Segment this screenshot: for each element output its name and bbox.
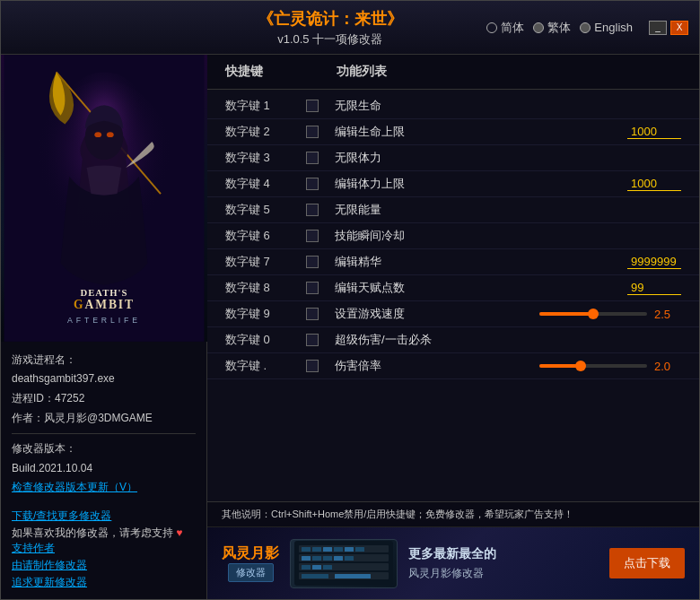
svg-text:GAMBIT: GAMBIT bbox=[74, 298, 135, 311]
app-window: 《亡灵诡计：来世》 v1.0.5 十一项修改器 简体 繁体 English _ … bbox=[0, 0, 700, 600]
func-label-8: 设置游戏速度 bbox=[328, 306, 532, 322]
version-label: 修改器版本： bbox=[12, 439, 196, 459]
svg-rect-26 bbox=[302, 565, 311, 570]
slider-container-8: 2.5 bbox=[539, 308, 681, 321]
latest-link[interactable]: 追求更新修改器 bbox=[12, 575, 196, 590]
key-label-6: 数字键 7 bbox=[225, 254, 306, 270]
svg-text:DEATH'S: DEATH'S bbox=[81, 288, 128, 298]
slider-track-8[interactable] bbox=[539, 312, 647, 316]
svg-rect-28 bbox=[323, 565, 332, 570]
checkbox-area-10 bbox=[306, 360, 328, 372]
lang-option-simplified[interactable]: 简体 bbox=[486, 20, 524, 36]
ad-main-text: 更多最新最全的 bbox=[408, 546, 599, 562]
checkbox-9[interactable] bbox=[306, 334, 319, 346]
notice-bar: 其他说明：Ctrl+Shift+Home禁用/启用快捷键；免费修改器，希望玩家广… bbox=[207, 502, 699, 527]
checkbox-3[interactable] bbox=[306, 178, 319, 190]
checkbox-1[interactable] bbox=[306, 126, 319, 138]
checkbox-0[interactable] bbox=[306, 100, 319, 112]
checkbox-8[interactable] bbox=[306, 308, 319, 320]
process-label: 游戏进程名： bbox=[12, 351, 196, 370]
radio-simplified bbox=[486, 22, 497, 33]
commission-link[interactable]: 由请制作修改器 bbox=[12, 558, 196, 573]
svg-point-5 bbox=[94, 132, 101, 137]
slider-thumb-8[interactable] bbox=[588, 309, 599, 319]
wind-logo-text: 风灵月影 bbox=[222, 544, 279, 563]
input-value-3[interactable]: 1000 bbox=[627, 177, 681, 191]
svg-rect-15 bbox=[302, 547, 311, 552]
author-info: 作者：风灵月影@3DMGAME bbox=[12, 409, 196, 429]
ad-sub-text: 风灵月影修改器 bbox=[408, 566, 599, 581]
svg-rect-25 bbox=[345, 556, 354, 561]
slider-track-10[interactable] bbox=[539, 364, 647, 368]
svg-rect-22 bbox=[312, 556, 321, 561]
key-label-2: 数字键 3 bbox=[225, 150, 306, 166]
key-label-8: 数字键 9 bbox=[225, 306, 306, 322]
radio-english bbox=[580, 22, 591, 33]
checkbox-area-2 bbox=[306, 152, 328, 164]
author-value: 风灵月影@3DMGAME bbox=[44, 412, 153, 424]
divider-1 bbox=[12, 433, 196, 434]
ad-logo: 风灵月影 修改器 bbox=[222, 544, 279, 582]
checkbox-10[interactable] bbox=[306, 360, 319, 372]
checkbox-2[interactable] bbox=[306, 152, 319, 164]
download-link[interactable]: 下载/查找更多修改器 bbox=[12, 509, 196, 524]
svg-rect-18 bbox=[334, 547, 343, 552]
svg-rect-23 bbox=[323, 556, 332, 561]
func-label-4: 无限能量 bbox=[328, 202, 681, 218]
svg-rect-24 bbox=[334, 556, 343, 561]
slider-container-10: 2.0 bbox=[539, 360, 681, 373]
checkbox-area-9 bbox=[306, 334, 328, 346]
checkbox-4[interactable] bbox=[306, 204, 319, 216]
svg-rect-29 bbox=[302, 574, 328, 578]
ad-banner: 风灵月影 修改器 bbox=[207, 527, 699, 599]
func-label-3: 编辑体力上限 bbox=[328, 176, 620, 192]
slider-thumb-10[interactable] bbox=[575, 361, 586, 371]
lang-option-english[interactable]: English bbox=[580, 21, 633, 34]
checkbox-6[interactable] bbox=[306, 256, 319, 268]
character-art-svg: DEATH'S GAMBIT AFTERLIFE bbox=[1, 55, 207, 342]
slider-value-10: 2.0 bbox=[654, 360, 681, 373]
lang-option-traditional[interactable]: 繁体 bbox=[533, 20, 571, 36]
func-label-6: 编辑精华 bbox=[328, 254, 620, 270]
control-row-10: 数字键 . 伤害倍率 2.0 bbox=[207, 353, 699, 379]
right-panel: 快捷键 功能列表 数字键 1 无限生命 数字键 2 bbox=[207, 55, 699, 599]
func-label-1: 编辑生命上限 bbox=[328, 124, 620, 140]
controls-header: 快捷键 功能列表 bbox=[207, 55, 699, 90]
process-name: deathsgambit397.exe bbox=[12, 370, 196, 389]
modifier-badge: 修改器 bbox=[228, 563, 274, 582]
input-value-6[interactable]: 9999999 bbox=[627, 255, 681, 269]
game-info: 游戏进程名： deathsgambit397.exe 进程ID：47252 作者… bbox=[1, 342, 206, 509]
func-label-0: 无限生命 bbox=[328, 98, 681, 114]
checkbox-area-6 bbox=[306, 256, 328, 268]
checkbox-area-0 bbox=[306, 100, 328, 112]
input-value-7[interactable]: 99 bbox=[627, 281, 681, 295]
radio-traditional bbox=[533, 22, 544, 33]
func-label-10: 伤害倍率 bbox=[328, 358, 532, 374]
svg-rect-30 bbox=[335, 574, 371, 578]
control-row-4: 数字键 5 无限能量 bbox=[207, 197, 699, 223]
checkbox-5[interactable] bbox=[306, 230, 319, 242]
close-button[interactable]: X bbox=[670, 21, 688, 35]
control-row-6: 数字键 7 编辑精华 9999999 bbox=[207, 249, 699, 275]
checkbox-7[interactable] bbox=[306, 282, 319, 294]
links-section: 下载/查找更多修改器 如果喜欢我的修改器，请考虑支持 ♥ 支持作者 由请制作修改… bbox=[1, 509, 206, 599]
update-link[interactable]: 检查修改器版本更新（V） bbox=[12, 478, 196, 498]
game-art: DEATH'S GAMBIT AFTERLIFE bbox=[1, 55, 207, 342]
bottom-section: 其他说明：Ctrl+Shift+Home禁用/启用快捷键；免费修改器，希望玩家广… bbox=[207, 501, 699, 599]
lang-controls: 简体 繁体 English _ X bbox=[486, 20, 688, 36]
lang-traditional-label: 繁体 bbox=[547, 20, 571, 36]
svg-text:AFTERLIFE: AFTERLIFE bbox=[67, 316, 141, 325]
pid-info: 进程ID：47252 bbox=[12, 389, 196, 409]
key-label-0: 数字键 1 bbox=[225, 98, 306, 114]
input-value-1[interactable]: 1000 bbox=[627, 125, 681, 139]
svg-rect-20 bbox=[355, 547, 364, 552]
pid-value: 47252 bbox=[55, 392, 84, 404]
slider-fill-8 bbox=[539, 312, 593, 316]
download-button[interactable]: 点击下载 bbox=[609, 548, 685, 578]
control-row-5: 数字键 6 技能瞬间冷却 bbox=[207, 223, 699, 249]
ad-text-area: 更多最新最全的 风灵月影修改器 bbox=[408, 546, 599, 581]
minimize-button[interactable]: _ bbox=[649, 21, 667, 35]
svg-point-6 bbox=[107, 132, 114, 137]
svg-rect-21 bbox=[302, 556, 311, 561]
support-link[interactable]: 支持作者 bbox=[12, 541, 196, 556]
